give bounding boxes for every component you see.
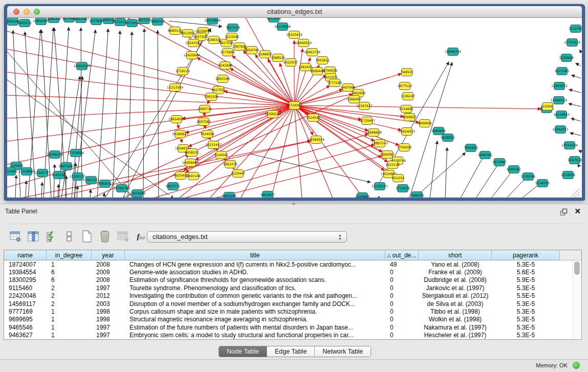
graph-node[interactable]: 9361506 [204, 93, 219, 101]
graph-node[interactable]: 16648794 [445, 48, 461, 56]
graph-node[interactable]: 1214076 [561, 171, 575, 179]
graph-node[interactable]: 8105262 [507, 166, 521, 173]
table-settings-icon[interactable] [9, 230, 21, 243]
graph-node[interactable]: 1691144 [186, 172, 201, 180]
graph-node[interactable]: 19166825 [172, 130, 188, 138]
column-header-out_de[interactable]: △out_de... [385, 250, 419, 260]
graph-node[interactable]: 15992071 [552, 126, 569, 134]
graph-node[interactable]: 10688609 [365, 129, 382, 137]
table-row[interactable]: 1456911722003Disruption of a novel membe… [4, 300, 573, 308]
graph-node[interactable]: 8912955 [181, 30, 195, 37]
canvas-resize-grip[interactable] [571, 188, 580, 197]
column-header-year[interactable]: year [92, 250, 125, 260]
panel-divider-handle[interactable] [292, 202, 296, 205]
table-row[interactable]: 946554611997Estimation of the future num… [4, 323, 573, 331]
graph-node[interactable]: 20053346 [74, 62, 90, 70]
graph-node[interactable]: 1884317 [150, 18, 165, 26]
select-all-rows-icon[interactable] [45, 230, 57, 243]
graph-node[interactable]: 1112763 [569, 25, 582, 33]
graph-node[interactable]: 16210643 [553, 111, 570, 119]
tab-network-table[interactable]: Network Table [314, 346, 371, 357]
graph-node[interactable]: 9063735 [223, 161, 237, 168]
graph-node[interactable]: 9465546 [222, 192, 236, 198]
graph-node[interactable]: 7524542 [214, 151, 228, 159]
graph-node[interactable]: 7955812 [315, 57, 330, 64]
table-row[interactable]: 2242004622012Investigating the contribut… [4, 292, 573, 300]
graph-node[interactable]: 12213389 [167, 84, 183, 92]
graph-node[interactable]: 1366447 [347, 96, 361, 103]
graph-node[interactable]: 1145193 [52, 171, 66, 179]
graph-node[interactable]: 1615132 [385, 161, 400, 169]
graph-node[interactable]: 15751074 [564, 39, 580, 47]
graph-node[interactable]: 9857771 [166, 183, 180, 190]
graph-node[interactable]: 18325419 [286, 31, 302, 39]
graph-node[interactable]: 2048302 [410, 192, 424, 198]
graph-node[interactable]: 748503 [401, 69, 413, 76]
graph-node[interactable]: 9227343 [555, 68, 569, 75]
graph-node[interactable]: 1973947 [492, 159, 507, 166]
column-header-title[interactable]: title [125, 250, 385, 260]
graph-node[interactable]: 10853287 [73, 18, 89, 23]
graph-node[interactable]: 1106247 [401, 93, 415, 100]
graph-node[interactable]: 9438222 [185, 149, 199, 157]
network-window-titlebar[interactable]: citations_edges.txt [7, 6, 582, 18]
graph-node[interactable]: 8660123 [168, 27, 182, 35]
graph-node[interactable]: 9048702 [478, 151, 492, 159]
graph-node[interactable]: 8454749 [245, 47, 259, 54]
graph-node[interactable]: 7857224 [226, 24, 240, 32]
column-header-pagerank[interactable]: pagerank [492, 250, 560, 260]
graph-node[interactable]: 1167533 [568, 157, 582, 164]
graph-node[interactable]: 12093872 [551, 82, 568, 90]
create-table-icon[interactable] [81, 230, 93, 243]
graph-node[interactable]: 7624504 [200, 130, 214, 138]
graph-node[interactable]: 1514545 [306, 114, 320, 122]
table-row[interactable]: 946362711997Embryonic stem cells: a mode… [4, 332, 573, 339]
graph-node[interactable]: 8813054 [267, 18, 281, 23]
graph-node[interactable]: 16033809 [204, 18, 221, 25]
graph-node[interactable]: 15135141 [372, 183, 388, 190]
graph-node[interactable]: 15958 [542, 103, 553, 111]
column-header-name[interactable]: name [4, 250, 47, 260]
graph-node[interactable]: 9884067 [380, 151, 395, 159]
graph-node[interactable]: 9938922 [441, 134, 455, 142]
table-row[interactable]: 969969511998Structural magnetic resonanc… [4, 316, 573, 323]
graph-node[interactable]: 9175685 [221, 49, 235, 56]
graph-node[interactable]: 1905572 [17, 19, 32, 27]
close-panel-icon[interactable]: ✕ [574, 207, 581, 216]
graph-node[interactable]: 7625402 [173, 172, 188, 180]
graph-node[interactable]: 18640910 [295, 39, 312, 47]
graph-node[interactable]: 1085328 [47, 18, 61, 23]
graph-node[interactable]: 7905859 [464, 144, 478, 152]
graph-node[interactable]: 1607587 [197, 118, 211, 126]
graph-node[interactable]: 10167427 [356, 102, 373, 110]
network-canvas[interactable]: 2069140190557220691406108532818724041085… [7, 18, 582, 198]
graph-node[interactable]: 1223546 [225, 33, 239, 41]
graph-node[interactable]: 1990731 [198, 105, 212, 113]
vertical-scrollbar[interactable] [573, 260, 581, 339]
graph-node[interactable]: 1099657 [402, 114, 417, 121]
graph-node[interactable]: 19654935 [168, 116, 185, 123]
graph-node[interactable]: 1588520 [271, 54, 285, 62]
graph-node[interactable]: 12444159 [551, 97, 567, 104]
graph-node[interactable]: 9146821 [258, 51, 272, 58]
table-selector-dropdown[interactable]: citations_edges.txt ▲▼ [147, 231, 347, 243]
table-row[interactable]: 1830029562008Estimation of significance … [4, 276, 573, 284]
column-header-in_degree[interactable]: in_degree [47, 250, 92, 260]
graph-node[interactable]: 2718120 [176, 68, 190, 75]
graph-node[interactable]: 8322037 [284, 59, 298, 67]
function-builder-icon[interactable]: f(x) [135, 230, 147, 243]
column-header-short[interactable]: short [419, 250, 492, 260]
graph-node[interactable]: 17016504 [561, 142, 578, 149]
delete-rows-trash-icon[interactable] [99, 230, 111, 243]
column-visibility-icon[interactable] [27, 230, 39, 243]
graph-node[interactable]: 19218596 [274, 23, 291, 31]
table-row[interactable]: 1872400712008Changes of HCN gene express… [4, 260, 573, 268]
graph-node[interactable]: 1733426 [396, 185, 410, 192]
tab-node-table[interactable]: Node Table [219, 346, 267, 357]
graph-node[interactable]: 9756928 [397, 144, 411, 151]
graph-node[interactable]: 2803144 [215, 75, 230, 83]
delete-table-disabled-icon[interactable] [117, 230, 129, 243]
graph-node[interactable]: 9463627 [260, 191, 275, 198]
graph-node[interactable]: 1877510 [398, 82, 412, 90]
table-row[interactable]: 1938455462009Genome-wide association stu… [4, 268, 573, 276]
